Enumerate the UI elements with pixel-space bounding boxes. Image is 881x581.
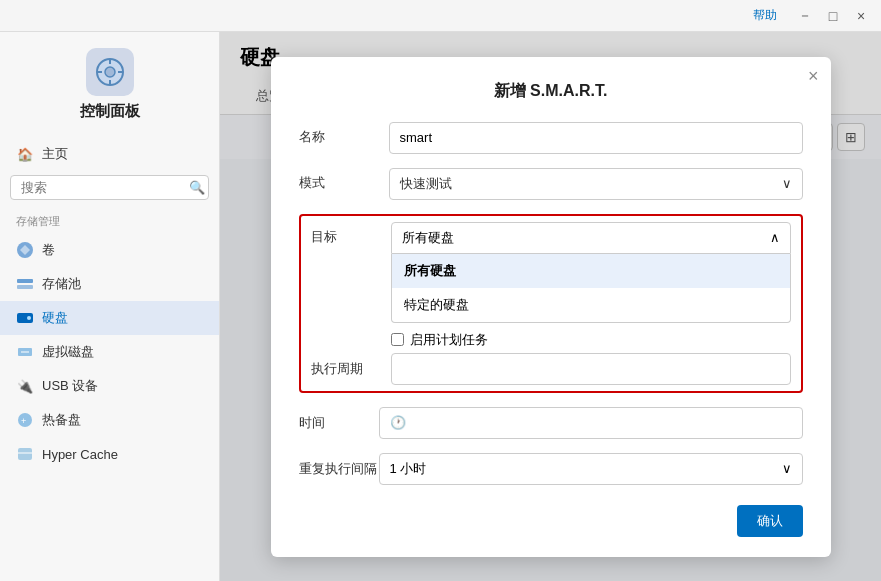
app-body: 控制面板 🏠 主页 🔍 存储管理 卷 存储池 [0, 32, 881, 581]
modal-footer: 确认 [299, 505, 803, 537]
sidebar-item-hotspare-label: 热备盘 [42, 411, 81, 429]
time-row: 时间 🕐 [299, 407, 803, 439]
target-dropdown: 所有硬盘 特定的硬盘 [391, 254, 791, 323]
search-input[interactable] [21, 180, 189, 195]
mode-control[interactable]: 快速测试 ∨ [389, 168, 803, 200]
main-content: 硬盘 总览 硬盘 S.M.A.R.T. 硬盘日志 IronWolf Health… [220, 32, 881, 581]
sidebar: 控制面板 🏠 主页 🔍 存储管理 卷 存储池 [0, 32, 220, 581]
app-icon [86, 48, 134, 96]
sidebar-item-hdd-label: 硬盘 [42, 309, 68, 327]
schedule-checkbox-row: 启用计划任务 [311, 323, 791, 353]
period-input[interactable] [391, 353, 791, 385]
repeat-select[interactable]: 1 小时 ∨ [379, 453, 803, 485]
sidebar-item-volumes[interactable]: 卷 [0, 233, 219, 267]
search-row[interactable]: 🔍 [10, 175, 209, 200]
target-value: 所有硬盘 [402, 229, 454, 247]
sidebar-item-storage-pool-label: 存储池 [42, 275, 81, 293]
help-link[interactable]: 帮助 [753, 7, 777, 24]
hotspare-icon: + [16, 411, 34, 429]
red-box: 目标 所有硬盘 ∧ 所有硬盘 特定的硬盘 [299, 214, 803, 393]
close-button[interactable]: × [849, 4, 873, 28]
usb-icon: 🔌 [16, 377, 34, 395]
time-input[interactable]: 🕐 [379, 407, 803, 439]
svg-rect-15 [18, 448, 32, 460]
svg-rect-7 [17, 279, 33, 283]
target-select[interactable]: 所有硬盘 ∧ [391, 222, 791, 254]
sidebar-item-volumes-label: 卷 [42, 241, 55, 259]
repeat-row: 重复执行间隔 1 小时 ∨ [299, 453, 803, 485]
repeat-label: 重复执行间隔 [299, 460, 379, 478]
time-label: 时间 [299, 414, 379, 432]
target-option-specific[interactable]: 特定的硬盘 [392, 288, 790, 322]
volumes-icon [16, 241, 34, 259]
storage-pool-icon [16, 275, 34, 293]
sidebar-item-usb[interactable]: 🔌 USB 设备 [0, 369, 219, 403]
sidebar-item-home[interactable]: 🏠 主页 [0, 137, 219, 171]
svg-rect-8 [17, 285, 33, 289]
home-label: 主页 [42, 145, 68, 163]
target-option-all[interactable]: 所有硬盘 [392, 254, 790, 288]
target-dropdown-container[interactable]: 所有硬盘 ∧ 所有硬盘 特定的硬盘 [391, 222, 791, 323]
name-input[interactable] [389, 122, 803, 154]
app-title: 控制面板 [80, 102, 140, 121]
confirm-button[interactable]: 确认 [737, 505, 803, 537]
hdd-icon [16, 309, 34, 327]
period-label: 执行周期 [311, 360, 391, 378]
target-arrow-icon: ∧ [770, 230, 780, 245]
sidebar-item-storage-pool[interactable]: 存储池 [0, 267, 219, 301]
mode-arrow-icon: ∨ [782, 176, 792, 191]
sidebar-item-virtual-disk-label: 虚拟磁盘 [42, 343, 94, 361]
mode-row: 模式 快速测试 ∨ [299, 168, 803, 200]
modal-overlay: × 新增 S.M.A.R.T. 名称 模式 快速测试 ∨ [220, 32, 881, 581]
sidebar-item-hdd[interactable]: 硬盘 [0, 301, 219, 335]
sidebar-header: 控制面板 [0, 32, 219, 137]
period-row: 执行周期 [311, 353, 791, 385]
storage-section-label: 存储管理 [0, 204, 219, 233]
hypercache-icon [16, 445, 34, 463]
repeat-arrow-icon: ∨ [782, 461, 792, 476]
restore-button[interactable]: □ [821, 4, 845, 28]
sidebar-item-hotspare[interactable]: + 热备盘 [0, 403, 219, 437]
title-bar-controls: 帮助 － □ × [753, 4, 873, 28]
virtual-disk-icon [16, 343, 34, 361]
name-control [389, 122, 803, 154]
sidebar-item-virtual-disk[interactable]: 虚拟磁盘 [0, 335, 219, 369]
enable-schedule-checkbox[interactable] [391, 333, 404, 346]
repeat-value: 1 小时 [390, 460, 427, 478]
title-bar: 帮助 － □ × [0, 0, 881, 32]
home-icon: 🏠 [16, 145, 34, 163]
sidebar-item-hypercache-label: Hyper Cache [42, 447, 118, 462]
target-label: 目标 [311, 222, 391, 246]
clock-icon: 🕐 [390, 415, 406, 430]
enable-schedule-label: 启用计划任务 [410, 331, 488, 349]
modal-close-button[interactable]: × [808, 67, 819, 85]
svg-point-10 [27, 316, 31, 320]
name-row: 名称 [299, 122, 803, 154]
name-label: 名称 [299, 122, 389, 146]
mode-label: 模式 [299, 168, 389, 192]
modal: × 新增 S.M.A.R.T. 名称 模式 快速测试 ∨ [271, 57, 831, 557]
mode-select[interactable]: 快速测试 ∨ [389, 168, 803, 200]
minimize-button[interactable]: － [793, 4, 817, 28]
modal-title: 新增 S.M.A.R.T. [299, 81, 803, 102]
sidebar-item-hypercache[interactable]: Hyper Cache [0, 437, 219, 471]
svg-point-1 [105, 67, 115, 77]
sidebar-item-usb-label: USB 设备 [42, 377, 98, 395]
search-icon: 🔍 [189, 180, 205, 195]
svg-text:+: + [21, 416, 26, 426]
mode-value: 快速测试 [400, 175, 452, 193]
